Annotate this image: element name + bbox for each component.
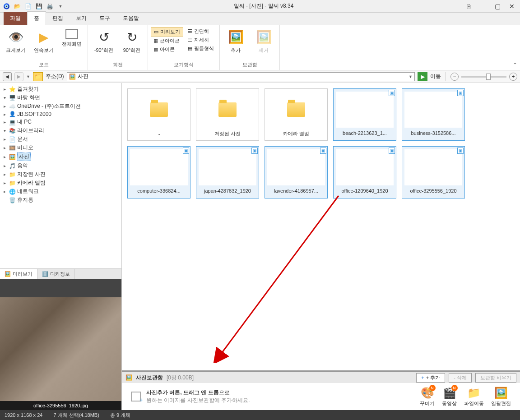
zoom-slider[interactable] bbox=[461, 76, 506, 78]
action-move[interactable]: 📁파일이동 bbox=[464, 387, 484, 407]
tab-tool[interactable]: 도구 bbox=[93, 12, 116, 25]
collapse-ribbon-icon[interactable]: ⌃ bbox=[513, 62, 517, 68]
detail-icon: ☰ bbox=[188, 37, 192, 43]
play-icon: ▶ bbox=[36, 29, 52, 45]
preview-caption: office-3295556_1920.jpg bbox=[0, 401, 121, 410]
clapper-icon: 🎬 bbox=[443, 387, 456, 399]
tab-home[interactable]: 홈 bbox=[27, 11, 46, 25]
view-film[interactable]: ▤필름형식 bbox=[185, 44, 217, 53]
tab-exif[interactable]: ℹ️디카정보 bbox=[37, 269, 75, 279]
tab-view[interactable]: 보기 bbox=[70, 12, 93, 25]
group-basket-label: 보관함 bbox=[223, 60, 277, 68]
address-input[interactable] bbox=[78, 74, 407, 80]
basket-remove-button[interactable]: 🖼️제거 bbox=[251, 27, 277, 60]
action-decorate[interactable]: 🎨꾸미기 bbox=[420, 387, 435, 407]
address-bar: ◀ ▶ ▼ 📁 주소(D) 🖼️ ▼ ▶ 이동 − + bbox=[0, 70, 520, 83]
basket-add-btn[interactable]: ++ 추가 bbox=[416, 373, 445, 383]
tree-desktop[interactable]: ▾🖥️바탕 화면 bbox=[2, 93, 120, 102]
basket-del-btn[interactable]: - 삭제 bbox=[449, 373, 472, 383]
action-video[interactable]: 🎬동영상 bbox=[442, 387, 457, 407]
add-image-icon bbox=[131, 392, 141, 402]
open-icon[interactable]: 📂 bbox=[13, 2, 22, 11]
tab-edit[interactable]: 편집 bbox=[46, 12, 70, 25]
tab-help[interactable]: 도움말 bbox=[116, 12, 145, 25]
save-icon[interactable]: 💾 bbox=[34, 2, 43, 11]
fullscreen-button[interactable]: 전체화면 bbox=[59, 27, 85, 60]
new-icon[interactable]: 📄 bbox=[23, 2, 32, 11]
big-view-button[interactable]: 👁️크게보기 bbox=[3, 27, 29, 60]
continuous-view-button[interactable]: ▶연속보기 bbox=[31, 27, 57, 60]
status-selection: 7 개체 선택(4.18MB) bbox=[53, 412, 99, 419]
info-icon: ℹ️ bbox=[42, 271, 48, 277]
address-dropdown-icon[interactable]: ▼ bbox=[409, 74, 413, 79]
thumb-business[interactable]: ▣business-3152586... bbox=[402, 88, 465, 141]
print-icon[interactable]: 🖨️ bbox=[45, 2, 54, 11]
ribbon: 👁️크게보기 ▶연속보기 전체화면 모드 ↺-90°회전 ↻90°회전 회전 ▭… bbox=[0, 25, 520, 70]
image-badge-icon: ▣ bbox=[457, 90, 464, 96]
basket-title: 사진보관함 bbox=[136, 374, 163, 382]
pin-icon[interactable]: ⎘ bbox=[462, 2, 475, 11]
image-badge-icon: ▣ bbox=[320, 148, 326, 154]
app-icon: 🧿 bbox=[2, 2, 11, 11]
tree-camera[interactable]: ▸📁카메라 앨범 bbox=[2, 179, 120, 187]
basket-add-button[interactable]: 🖼️추가 bbox=[223, 27, 249, 60]
nav-history-dropdown[interactable]: ▼ bbox=[26, 74, 30, 79]
view-detail[interactable]: ☰자세히 bbox=[185, 36, 217, 44]
zoom-in-button[interactable]: + bbox=[509, 73, 517, 81]
thumbnail-area[interactable]: .. 저장된 사진 카메라 앨범 ▣beach-2213623_1... ▣bu… bbox=[122, 83, 520, 370]
tree-saved[interactable]: ▸📁저장된 사진 bbox=[2, 170, 120, 179]
thumb-japan[interactable]: ▣japan-4287832_1920 bbox=[196, 146, 259, 198]
tree-video[interactable]: ▸🎞️비디오 bbox=[2, 143, 120, 152]
tab-preview[interactable]: 🖼️미리보기 bbox=[0, 269, 37, 279]
tree-pc[interactable]: ▸💻내 PC bbox=[2, 118, 120, 126]
basket-count: [0장 0.00B] bbox=[167, 374, 194, 382]
basket-remove-icon: 🖼️ bbox=[255, 29, 272, 45]
tree-user[interactable]: ▸👤JB.SOFT2000 bbox=[2, 111, 120, 118]
tree-trash[interactable]: 🗑️휴지통 bbox=[2, 196, 120, 204]
thumb-office1[interactable]: ▣office-1209640_1920 bbox=[333, 146, 396, 198]
thumb-beach[interactable]: ▣beach-2213623_1... bbox=[333, 88, 396, 141]
tree-network[interactable]: ▸🌐네트워크 bbox=[2, 187, 120, 196]
zoom-slider-thumb[interactable] bbox=[486, 74, 491, 80]
maximize-icon[interactable]: ▢ bbox=[491, 2, 504, 11]
rotate-cw-button[interactable]: ↻90°회전 bbox=[119, 27, 145, 60]
nav-forward-button[interactable]: ▶ bbox=[14, 72, 23, 81]
close-icon[interactable]: ✕ bbox=[506, 2, 518, 11]
rotate-ccw-button[interactable]: ↺-90°회전 bbox=[91, 27, 117, 60]
view-simple[interactable]: ☰간단히 bbox=[185, 27, 217, 36]
tree-documents[interactable]: ▸📄문서 bbox=[2, 135, 120, 143]
thumb-lavender[interactable]: ▣lavender-4186957... bbox=[265, 146, 328, 198]
thumb-computer[interactable]: ▣computer-336824... bbox=[127, 146, 190, 198]
thumb-saved[interactable]: 저장된 사진 bbox=[196, 88, 259, 141]
tree-library[interactable]: ▾📚라이브러리 bbox=[2, 126, 120, 135]
go-label: 이동 bbox=[430, 73, 441, 80]
basket-empty-btn[interactable]: 보관함 비우기 bbox=[475, 373, 516, 383]
minimize-icon[interactable]: — bbox=[477, 2, 489, 11]
thumb-camera[interactable]: 카메라 앨범 bbox=[265, 88, 328, 141]
tree-photo[interactable]: ▸🖼️사진 bbox=[2, 152, 120, 162]
folder-tree[interactable]: ▸⭐즐겨찾기 ▾🖥️바탕 화면 ▸☁️OneDrive - (주)소프트이천 ▸… bbox=[0, 83, 121, 268]
tree-favorites[interactable]: ▸⭐즐겨찾기 bbox=[2, 85, 120, 93]
view-icon[interactable]: ▩아이콘 bbox=[151, 45, 183, 54]
qat-dropdown-icon[interactable]: ▼ bbox=[56, 2, 65, 11]
tree-music[interactable]: ▸🎵음악 bbox=[2, 162, 120, 170]
thumb-office2[interactable]: ▣office-3295556_1920 bbox=[402, 146, 465, 198]
preview-tab-icon: 🖼️ bbox=[5, 271, 11, 277]
folder-up-icon: 📁 bbox=[34, 74, 41, 80]
tree-onedrive[interactable]: ▸☁️OneDrive - (주)소프트이천 bbox=[2, 102, 120, 111]
view-bigicon[interactable]: ▦큰아이콘 bbox=[151, 37, 183, 45]
folder-move-icon: 📁 bbox=[468, 387, 480, 399]
action-batch[interactable]: 🖼️일괄편집 bbox=[491, 387, 511, 407]
nav-up-button[interactable]: 📁 bbox=[33, 72, 43, 81]
batch-edit-icon: 🖼️ bbox=[495, 387, 507, 399]
go-button[interactable]: ▶ bbox=[418, 72, 427, 81]
view-preview[interactable]: ▭미리보기 bbox=[151, 27, 183, 37]
image-badge-icon: ▣ bbox=[389, 90, 395, 96]
nav-back-button[interactable]: ◀ bbox=[3, 72, 12, 81]
ribbon-tabs: 파일 홈 편집 보기 도구 도움말 bbox=[0, 13, 520, 25]
status-dimensions: 1920 x 1168 x 24 bbox=[5, 412, 42, 418]
status-total: 총 9 개체 bbox=[110, 412, 130, 419]
tab-file[interactable]: 파일 bbox=[4, 12, 27, 25]
zoom-out-button[interactable]: − bbox=[450, 73, 459, 81]
thumb-up[interactable]: .. bbox=[127, 88, 190, 141]
